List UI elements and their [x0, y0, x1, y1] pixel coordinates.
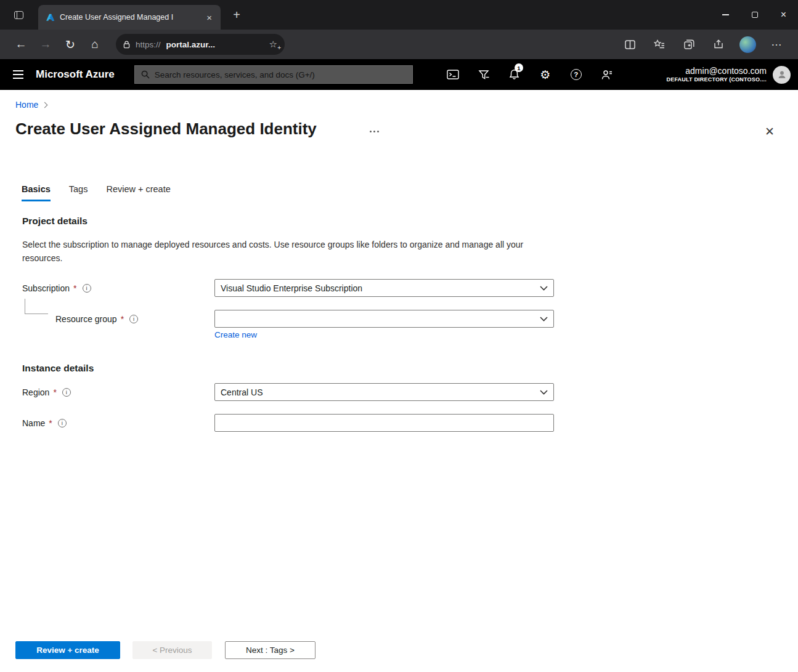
- azure-header: Microsoft Azure 1 ⚙ ? admin: [0, 59, 798, 90]
- page-content: Home Create User Assigned Managed Identi…: [0, 90, 798, 672]
- breadcrumb-chevron-icon: [42, 102, 48, 108]
- address-bar[interactable]: https:// portal.azur... ☆+: [116, 34, 285, 55]
- tab-tags[interactable]: Tags: [69, 184, 88, 201]
- name-info-icon[interactable]: i: [58, 419, 67, 427]
- search-input[interactable]: [155, 70, 406, 79]
- wizard-tabs: Basics Tags Review + create: [22, 184, 171, 201]
- region-value: Central US: [221, 387, 263, 397]
- account-avatar[interactable]: [773, 66, 791, 84]
- chevron-down-icon: [540, 317, 548, 322]
- collections-icon[interactable]: [677, 33, 701, 55]
- split-screen-icon[interactable]: [617, 33, 642, 55]
- subscription-label: Subscription* i: [22, 279, 91, 297]
- tab-close-icon[interactable]: ×: [204, 12, 214, 23]
- notification-badge: 1: [515, 63, 523, 72]
- account-email: admin@contoso.com: [666, 66, 767, 77]
- page-title: Create User Assigned Managed Identity: [15, 119, 317, 139]
- region-info-icon[interactable]: i: [62, 388, 71, 397]
- region-dropdown[interactable]: Central US: [214, 383, 554, 401]
- home-icon[interactable]: ⌂: [83, 33, 107, 55]
- share-icon[interactable]: [706, 33, 731, 55]
- lock-icon[interactable]: [123, 41, 130, 49]
- window-controls: ×: [711, 0, 798, 30]
- portal-menu-icon[interactable]: [0, 59, 36, 90]
- portal-header-icons: 1 ⚙ ?: [438, 59, 622, 90]
- subscription-info-icon[interactable]: i: [83, 284, 91, 293]
- back-icon[interactable]: ←: [9, 33, 33, 55]
- page-more-menu-icon[interactable]: [367, 128, 381, 135]
- add-favorite-icon[interactable]: ☆+: [269, 39, 277, 50]
- subscription-value: Visual Studio Enterprise Subscription: [221, 283, 362, 293]
- refresh-icon[interactable]: ↻: [58, 33, 83, 55]
- resource-group-label: Resource group* i: [55, 310, 138, 328]
- notifications-bell-icon[interactable]: 1: [499, 59, 530, 90]
- close-blade-icon[interactable]: ✕: [761, 123, 778, 140]
- browser-profile-avatar[interactable]: [739, 36, 756, 53]
- tab-actions-icon[interactable]: [7, 6, 30, 24]
- resource-group-info-icon[interactable]: i: [129, 315, 138, 323]
- feedback-icon[interactable]: [592, 59, 622, 90]
- review-create-button[interactable]: Review + create: [15, 641, 120, 659]
- chevron-down-icon: [540, 286, 548, 291]
- toolbar-right: …: [617, 33, 789, 55]
- instance-details-heading: Instance details: [22, 363, 94, 374]
- browser-toolbar: ← → ↻ ⌂ https:// portal.azur... ☆+: [0, 30, 798, 59]
- subscription-dropdown[interactable]: Visual Studio Enterprise Subscription: [214, 279, 554, 297]
- browser-tab[interactable]: Create User Assigned Managed I ×: [38, 5, 221, 30]
- azure-favicon-icon: [46, 13, 55, 22]
- window-close-button[interactable]: ×: [769, 0, 798, 30]
- settings-gear-icon[interactable]: ⚙: [530, 59, 561, 90]
- name-field: [214, 414, 554, 432]
- help-icon[interactable]: ?: [561, 59, 592, 90]
- previous-button[interactable]: < Previous: [132, 641, 212, 659]
- tab-review-create[interactable]: Review + create: [106, 184, 170, 201]
- breadcrumb: Home: [15, 100, 47, 110]
- browser-window: Create User Assigned Managed I × + × ← →…: [0, 0, 798, 672]
- forward-icon[interactable]: →: [33, 33, 58, 55]
- cloud-shell-icon[interactable]: [438, 59, 468, 90]
- search-icon: [141, 70, 150, 79]
- url-scheme: https://: [136, 40, 161, 49]
- create-new-link[interactable]: Create new: [214, 330, 257, 339]
- breadcrumb-home-link[interactable]: Home: [15, 100, 38, 110]
- account-directory: DEFAULT DIRECTORY (CONTOSO....: [666, 76, 767, 83]
- resource-group-dropdown[interactable]: [214, 310, 554, 328]
- url-host: portal.azur...: [166, 40, 216, 49]
- browser-menu-icon[interactable]: …: [765, 33, 789, 55]
- window-maximize-button[interactable]: [740, 0, 769, 30]
- name-label: Name* i: [22, 414, 67, 432]
- tab-basics[interactable]: Basics: [22, 184, 51, 201]
- tab-title: Create User Assigned Managed I: [60, 13, 199, 22]
- chevron-down-icon: [540, 390, 548, 395]
- region-label: Region* i: [22, 383, 71, 401]
- account-info[interactable]: admin@contoso.com DEFAULT DIRECTORY (CON…: [666, 66, 767, 84]
- new-tab-button[interactable]: +: [228, 7, 245, 23]
- project-details-heading: Project details: [22, 216, 88, 227]
- browser-titlebar: Create User Assigned Managed I × + ×: [0, 0, 798, 30]
- next-tags-button[interactable]: Next : Tags >: [225, 641, 316, 659]
- window-minimize-button[interactable]: [711, 0, 740, 30]
- name-input[interactable]: [221, 418, 548, 428]
- favorites-hub-icon[interactable]: [647, 33, 672, 55]
- project-details-description: Select the subscription to manage deploy…: [22, 238, 529, 265]
- global-search[interactable]: [134, 65, 413, 84]
- azure-brand[interactable]: Microsoft Azure: [36, 68, 115, 81]
- field-connector-line: [25, 299, 48, 314]
- directory-filter-icon[interactable]: [468, 59, 499, 90]
